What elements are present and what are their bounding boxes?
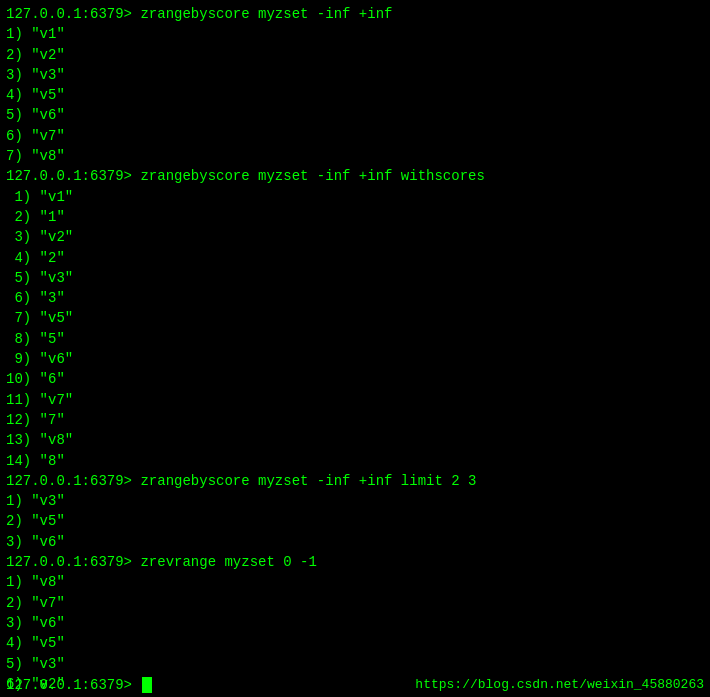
output-line: 2) "v7": [6, 593, 704, 613]
output-line: 11) "v7": [6, 390, 704, 410]
prompt-line: 127.0.0.1:6379> zrangebyscore myzset -in…: [6, 166, 704, 186]
terminal-output: 127.0.0.1:6379> zrangebyscore myzset -in…: [6, 4, 704, 697]
output-line: 6) "v7": [6, 126, 704, 146]
output-line: 2) "v5": [6, 511, 704, 531]
output-line: 3) "v2": [6, 227, 704, 247]
terminal-footer: 127.0.0.1:6379> https://blog.csdn.net/we…: [6, 677, 704, 693]
output-line: 3) "v3": [6, 65, 704, 85]
output-line: 14) "8": [6, 451, 704, 471]
cursor: [142, 677, 152, 693]
footer-prompt: 127.0.0.1:6379>: [6, 677, 140, 693]
output-line: 1) "v8": [6, 572, 704, 592]
output-line: 9) "v6": [6, 349, 704, 369]
output-line: 8) "5": [6, 329, 704, 349]
output-line: 1) "v3": [6, 491, 704, 511]
output-line: 3) "v6": [6, 613, 704, 633]
output-line: 5) "v6": [6, 105, 704, 125]
output-line: 1) "v1": [6, 24, 704, 44]
output-line: 4) "v5": [6, 633, 704, 653]
prompt-line: 127.0.0.1:6379> zrevrange myzset 0 -1: [6, 552, 704, 572]
footer-prompt-line: 127.0.0.1:6379>: [6, 677, 152, 693]
output-line: 7) "v8": [6, 146, 704, 166]
output-line: 4) "2": [6, 248, 704, 268]
output-line: 2) "v2": [6, 45, 704, 65]
footer-url: https://blog.csdn.net/weixin_45880263: [415, 677, 704, 692]
prompt-line: 127.0.0.1:6379> zrangebyscore myzset -in…: [6, 4, 704, 24]
output-line: 1) "v1": [6, 187, 704, 207]
output-line: 4) "v5": [6, 85, 704, 105]
output-line: 10) "6": [6, 369, 704, 389]
output-line: 6) "3": [6, 288, 704, 308]
output-line: 2) "1": [6, 207, 704, 227]
terminal: 127.0.0.1:6379> zrangebyscore myzset -in…: [0, 0, 710, 697]
output-line: 3) "v6": [6, 532, 704, 552]
prompt-line: 127.0.0.1:6379> zrangebyscore myzset -in…: [6, 471, 704, 491]
output-line: 5) "v3": [6, 654, 704, 674]
output-line: 12) "7": [6, 410, 704, 430]
output-line: 5) "v3": [6, 268, 704, 288]
output-line: 7) "v5": [6, 308, 704, 328]
output-line: 13) "v8": [6, 430, 704, 450]
